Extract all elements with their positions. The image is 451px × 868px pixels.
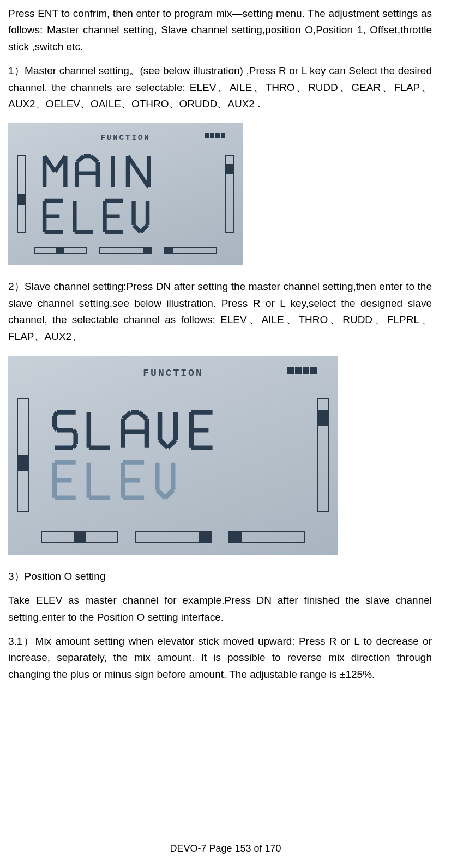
master-paragraph: 1）Master channel setting。(see below illu… (8, 63, 432, 112)
bottom-bar-2 (135, 531, 212, 542)
bottom-bar-3 (164, 247, 217, 254)
lcd2-text (29, 407, 317, 503)
lcd-screen-main-elev: FUNCTION (8, 123, 243, 265)
lcd2-header: FUNCTION (143, 368, 203, 379)
left-trim-bar (17, 398, 29, 512)
lcd-figure-2: FUNCTION (8, 356, 432, 555)
bottom-bar-1 (34, 247, 87, 254)
position-o-body: Take ELEV as master channel for example.… (8, 592, 432, 626)
right-trim-bar (225, 155, 234, 233)
bottom-bar-2 (99, 247, 152, 254)
right-trim-bar (317, 398, 329, 512)
mix-amount-paragraph: 3.1）Mix amount setting when elevator sti… (8, 633, 432, 683)
intro-paragraph: Press ENT to confrim, then enter to prog… (8, 5, 432, 55)
slave-paragraph: 2）Slave channel setting:Press DN after s… (8, 278, 432, 345)
battery-icon (205, 133, 225, 138)
battery-icon (287, 367, 317, 374)
lcd-screen-slave-elev: FUNCTION (8, 356, 338, 555)
position-o-title: 3）Position O setting (8, 568, 432, 585)
left-trim-bar (17, 155, 26, 233)
lcd-figure-1: FUNCTION (8, 123, 432, 265)
bottom-bar-3 (228, 531, 305, 542)
page-footer: DEVO-7 Page 153 of 170 (0, 843, 451, 854)
lcd1-header: FUNCTION (100, 133, 150, 142)
lcd1-text (26, 151, 225, 237)
bottom-bar-1 (41, 531, 118, 542)
